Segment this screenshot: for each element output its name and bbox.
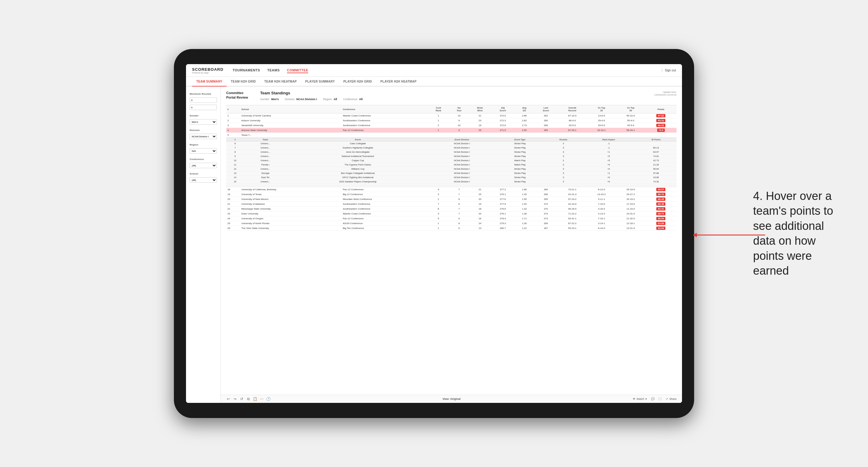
table-row[interactable]: 20 University of New Mexico Mountain Wes… [226,197,677,202]
inner-row[interactable]: 12 Univers... Williams Cup NCAA Division… [226,167,677,171]
inner-row[interactable]: 8 Univers... Amer An Intercollegiate NCA… [226,150,677,154]
conference-filter-label: Conference: [343,98,358,101]
points-cell[interactable]: 97.02 [645,114,677,118]
inner-row[interactable]: 13 Georgia Ben Hogan Collegiate Invitati… [226,171,677,176]
table-row[interactable]: 25 University of North Florida ASUN Conf… [226,221,677,226]
division-filter-label: Division: [285,98,295,101]
table-row-highlighted[interactable]: 4 Arizona State University Pac-12 Confer… [226,128,677,133]
table-row[interactable]: 26 The Ohio State University Big Ten Con… [226,226,677,231]
inner-row[interactable]: 15 Univers... 2023 Sahalee Players Champ… [226,180,677,184]
panel-header: CommitteePortal Review Team Standings Ge… [221,87,682,105]
sidebar-gender: Gender Men's Women's [190,114,217,125]
tab-team-summary[interactable]: TEAM SUMMARY [192,77,226,87]
table-row[interactable]: 18 University of California, Berkeley Pa… [226,187,677,192]
view-original-button[interactable]: View: Original [442,398,461,401]
gender-select[interactable]: Men's Women's [190,119,217,125]
col-bnds-wins: BndsWins [469,105,491,114]
conference-select[interactable]: (All) [190,163,217,168]
red-arrow-svg [692,230,765,240]
tab-player-h2h-grid[interactable]: PLAYER H2H GRID [339,77,376,87]
nav-committee[interactable]: COMMITTEE [287,68,309,73]
vs-top50-cell: 50-10-0 [616,114,645,118]
division-label: Division [190,129,217,131]
table-row[interactable]: 21 University of Alabama Southeastern Co… [226,202,677,207]
inner-row[interactable]: 9 Univers... National Invitational Tourn… [226,154,677,158]
table-row[interactable]: 1 University of North Carolina Atlantic … [226,114,677,118]
standings-title: Team Standings [260,91,363,95]
table-row[interactable]: 5 Texas T... [226,133,677,137]
region-filter-value: All [334,98,337,101]
sign-out-button[interactable]: Sign out [665,69,676,72]
filter-gender: Gender: Men's [260,98,279,101]
table-row[interactable]: 22 Mississippi State University Southeas… [226,207,677,211]
more-icon[interactable]: ⋯ [259,397,264,401]
filter-region: Region: All [323,98,337,101]
col-adj-score: AdjScore [491,105,515,114]
region-select[interactable]: N/A East West [190,148,217,154]
division-select[interactable]: NCAA Division I NCAA Division II NCAA Di… [190,134,217,139]
comment-icon: 💬 [651,398,654,401]
expand-icon: ⛶ [659,398,661,401]
expand-button[interactable]: ⛶ [659,398,661,401]
inner-row[interactable]: 11 Florida I The Cypress Point Classic N… [226,163,677,167]
watch-chevron: ▾ [645,398,647,401]
comment-button[interactable]: 💬 [651,398,654,401]
top-nav: SCOREBOARD Powered by clippi TOURNAMENTS… [186,64,682,77]
bnds-wins-cell: 31 [469,114,491,118]
sidebar-conference: Conference (All) [190,158,217,168]
tab-team-h2h-grid[interactable]: TEAM H2H GRID [226,77,260,87]
app-title: SCOREBOARD [192,67,223,72]
table-row[interactable]: 24 University of Oregon Pac-12 Conferenc… [226,216,677,221]
table-row[interactable]: 2 Auburn University Southeastern Confere… [226,118,677,123]
min-rounds-input[interactable] [190,97,217,103]
redo-icon[interactable]: ↪ [233,397,237,401]
region-label: Region [190,143,217,146]
min-rounds-input-2[interactable] [190,105,217,110]
tab-player-summary[interactable]: PLAYER SUMMARY [301,77,339,87]
filter-conference: Conference: All [343,98,363,101]
conference-label: Conference [190,158,217,161]
no-tour-cell: 10 [449,114,469,118]
overall-cell: 67-10-0 [558,114,587,118]
school-select[interactable]: (All) [190,177,217,183]
share-button[interactable]: ↗ Share [666,398,677,401]
nav-divider: | [662,69,663,72]
nav-teams[interactable]: TEAMS [267,68,280,73]
sidebar-min-rounds: Minimum Rounds [190,93,217,110]
table-container[interactable]: # School Conference ConfRank NoTour Bnds… [221,105,682,395]
vs-top25-cell: 13-9-0 [587,114,616,118]
paste-icon[interactable]: 📋 [253,397,257,401]
gender-filter-value: Men's [271,98,279,101]
eye-icon: 👁 [633,398,636,401]
tab-team-h2h-heatmap[interactable]: TEAM H2H HEATMAP [260,77,301,87]
clock-icon[interactable]: 🕐 [266,397,270,401]
col-points: Points [645,105,677,114]
sidebar: Minimum Rounds Gender Men's Women's Divi… [186,87,221,403]
table-row[interactable]: 23 Duke University Atlantic Coast Confer… [226,211,677,216]
inner-row[interactable]: 6 Univers... Cabo Collegiate NCAA Divisi… [226,142,677,146]
tab-player-h2h-heatmap[interactable]: PLAYER H2H HEATMAP [376,77,421,87]
adj-score-cell: 272.0 [491,114,515,118]
inner-table-row: # Team Event Event Division Event Type R… [226,137,677,187]
col-low-score: LowScore [534,105,558,114]
inner-table: # Team Event Event Division Event Type R… [226,137,677,187]
filter-division: Division: NCAA Division I [285,98,317,101]
table-header-row: # School Conference ConfRank NoTour Bnds… [226,105,677,114]
nav-tournaments[interactable]: TOURNAMENTS [232,68,260,73]
standings-section: Team Standings Gender: Men's Division: N… [260,91,363,102]
watch-button[interactable]: 👁 Watch ▾ [633,398,647,401]
refresh-icon[interactable]: ↺ [240,397,244,401]
inner-row[interactable]: 7 Univers... Southern Highlands Collegia… [226,146,677,150]
copy-icon[interactable]: ⧉ [246,397,250,401]
toolbar-left: ↩ ↪ ↺ ⧉ 📋 ⋯ 🕐 [226,397,270,401]
main-panel: CommitteePortal Review Team Standings Ge… [221,87,682,403]
inner-row[interactable]: 14 East Tei OFCC Fighting Illini Invitat… [226,176,677,180]
table-row[interactable]: 19 University of Texas Big 12 Conference… [226,192,677,197]
bottom-toolbar: ↩ ↪ ↺ ⧉ 📋 ⋯ 🕐 View: Original 👁 Watch ▾ [221,395,682,403]
sidebar-region: Region N/A East West [190,143,217,154]
table-row[interactable]: 3 Vanderbilt University Southeastern Con… [226,123,677,128]
inner-row[interactable]: 10 Univers... Copper Cup NCAA Division I… [226,158,677,163]
col-conference: Conference [341,105,427,114]
share-icon: ↗ [666,398,668,401]
undo-icon[interactable]: ↩ [226,397,230,401]
